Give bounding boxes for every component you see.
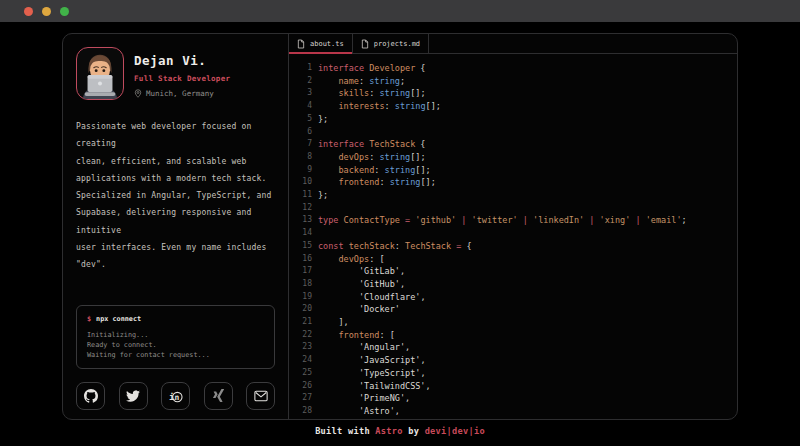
profile-location: Munich, Germany [134, 89, 230, 98]
code-line: 9 backend: string[]; [297, 164, 737, 177]
code-line: 13type ContactType = 'github' | 'twitter… [297, 214, 737, 227]
code-line-text: 'TailwindCSS', [318, 380, 431, 393]
code-area[interactable]: 1interface Developer {2 name: string;3 s… [289, 54, 737, 418]
code-line: 12 [297, 202, 737, 215]
profile-panel: Dejan Vi. Full Stack Developer Munich, G… [63, 34, 289, 419]
line-number: 24 [297, 354, 312, 367]
code-line: 22 frontend: [ [297, 329, 737, 342]
code-line: 3 skills: string[]; [297, 87, 737, 100]
terminal-output: Initializing...Ready to connect.Waiting … [87, 330, 264, 360]
code-line-text: frontend: string[]; [318, 176, 436, 189]
line-number: 20 [297, 303, 312, 316]
github-link-button[interactable] [76, 382, 105, 410]
line-number: 9 [297, 164, 312, 177]
profile-header: Dejan Vi. Full Stack Developer Munich, G… [76, 47, 275, 100]
code-line: 16 devOps: [ [297, 253, 737, 266]
line-number: 21 [297, 316, 312, 329]
line-number: 2 [297, 75, 312, 88]
code-line-text: backend: string[]; [318, 164, 431, 177]
code-line: 25 'TypeScript', [297, 367, 737, 380]
code-line: 24 'JavaScript', [297, 354, 737, 367]
line-number: 23 [297, 341, 312, 354]
footer-brand-link[interactable]: devi|dev|io [425, 426, 485, 436]
code-line: 4 interests: string[]; [297, 100, 737, 113]
code-line: 10 frontend: string[]; [297, 176, 737, 189]
location-pin-icon [134, 89, 142, 98]
code-line: 14 [297, 227, 737, 240]
terminal-output-line: Ready to connect. [87, 340, 264, 350]
line-number: 15 [297, 240, 312, 253]
footer-astro-link[interactable]: Astro [375, 426, 402, 436]
footer-built-with: Built with [315, 426, 375, 436]
linkedin-icon: in [168, 390, 183, 403]
minimize-window-button[interactable] [42, 7, 51, 16]
code-line: 23 'Angular', [297, 341, 737, 354]
line-number: 4 [297, 100, 312, 113]
code-line-text: const techStack: TechStack = { [318, 240, 472, 253]
line-number: 17 [297, 265, 312, 278]
email-icon [254, 390, 268, 402]
tab-label: about.ts [310, 40, 344, 48]
file-icon [361, 39, 369, 49]
terminal-widget: $npx connect Initializing...Ready to con… [76, 305, 275, 369]
code-line: 27 'PrimeNG', [297, 392, 737, 405]
code-line-text: frontend: [ [318, 329, 395, 342]
code-line: 19 'Cloudflare', [297, 291, 737, 304]
line-number: 18 [297, 278, 312, 291]
window-titlebar [0, 0, 800, 22]
terminal-output-line: Waiting for contact request... [87, 350, 264, 360]
code-line-text: 'Cloudflare', [318, 291, 426, 304]
file-icon [297, 39, 305, 49]
email-link-button[interactable] [246, 382, 275, 410]
line-number: 27 [297, 392, 312, 405]
main-card: Dejan Vi. Full Stack Developer Munich, G… [62, 33, 738, 420]
code-line: 26 'TailwindCSS', [297, 380, 737, 393]
code-line: 2 name: string; [297, 75, 737, 88]
close-window-button[interactable] [24, 7, 33, 16]
maximize-window-button[interactable] [60, 7, 69, 16]
line-number: 6 [297, 126, 312, 139]
line-number: 5 [297, 113, 312, 126]
svg-text:n: n [175, 393, 180, 402]
code-line: 11}; [297, 189, 737, 202]
github-icon [84, 389, 98, 403]
code-line-text: interface TechStack { [318, 138, 426, 151]
social-links-row: in [76, 382, 275, 410]
line-number: 28 [297, 405, 312, 418]
code-line-text: devOps: [ [318, 253, 385, 266]
code-line: 6 [297, 126, 737, 139]
code-line-text: 'GitLab', [318, 265, 405, 278]
code-line-text: devOps: string[]; [318, 151, 426, 164]
line-number: 3 [297, 87, 312, 100]
tab-about.ts[interactable]: about.ts [289, 34, 353, 53]
code-line-text: }; [318, 113, 328, 126]
xing-link-button[interactable] [204, 382, 233, 410]
site-footer: Built with Astro by devi|dev|io [0, 426, 800, 436]
line-number: 12 [297, 202, 312, 215]
footer-by: by [403, 426, 425, 436]
code-line-text: skills: string[]; [318, 87, 426, 100]
terminal-command-line: $npx connect [87, 315, 264, 323]
location-text: Munich, Germany [146, 89, 214, 98]
linkedin-link-button[interactable]: in [161, 382, 190, 410]
code-editor: about.tsprojects.md 1interface Developer… [289, 34, 737, 419]
code-line-text: 'Angular', [318, 341, 410, 354]
xing-icon [212, 389, 225, 403]
code-line-text: interface Developer { [318, 62, 426, 75]
code-line: 17 'GitLab', [297, 265, 737, 278]
profile-role: Full Stack Developer [134, 74, 230, 83]
spacer [76, 274, 275, 305]
code-line: 15const techStack: TechStack = { [297, 240, 737, 253]
code-line-text: 'PrimeNG', [318, 392, 410, 405]
tab-label: projects.md [374, 40, 420, 48]
code-line-text: 'Docker' [318, 303, 400, 316]
line-number: 11 [297, 189, 312, 202]
line-number: 26 [297, 380, 312, 393]
code-line: 1interface Developer { [297, 62, 737, 75]
tab-projects.md[interactable]: projects.md [353, 34, 429, 53]
line-number: 10 [297, 176, 312, 189]
profile-identity: Dejan Vi. Full Stack Developer Munich, G… [134, 47, 230, 100]
line-number: 14 [297, 227, 312, 240]
twitter-link-button[interactable] [119, 382, 148, 410]
avatar [76, 47, 124, 100]
